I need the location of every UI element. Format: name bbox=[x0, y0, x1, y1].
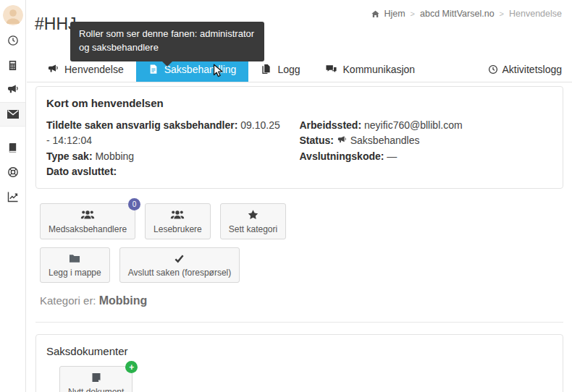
breadcrumb-separator: > bbox=[500, 9, 504, 18]
home-icon bbox=[371, 9, 380, 19]
avatar[interactable] bbox=[3, 5, 23, 25]
documents-card: Saksdokumenter + Nytt dokument bbox=[35, 334, 563, 392]
left-sidebar bbox=[0, 0, 26, 392]
medsaksbehandlere-button[interactable]: 0 Medsaksbehandlere bbox=[40, 203, 135, 239]
field-dato-avsluttet: Dato avsluttet: bbox=[46, 164, 282, 179]
documents-title: Saksdokumenter bbox=[46, 345, 552, 357]
section-divider bbox=[35, 322, 563, 323]
main-area: #HHJ Hjem > abcd MittVarsel.no > Henvend… bbox=[27, 0, 572, 392]
check-icon bbox=[173, 253, 185, 264]
field-assigned: Tildelte saken ansvarlig saksbehandler: … bbox=[46, 118, 282, 149]
case-summary-card: Kort om henvendelsen Tildelte saken ansv… bbox=[35, 86, 563, 189]
chart-line-icon[interactable] bbox=[0, 184, 25, 209]
users-icon bbox=[80, 209, 95, 221]
sett-kategori-button[interactable]: Sett kategori bbox=[220, 203, 286, 239]
plus-badge: + bbox=[125, 361, 138, 373]
count-badge: 0 bbox=[128, 198, 140, 210]
megaphone-icon bbox=[337, 135, 347, 145]
tab-content: Kort om henvendelsen Tildelte saken ansv… bbox=[27, 83, 572, 392]
lesebrukere-button[interactable]: Lesebrukere bbox=[145, 203, 211, 239]
star-icon bbox=[247, 209, 259, 221]
megaphone-icon[interactable] bbox=[0, 77, 25, 102]
tab-aktivitetslogg[interactable]: Aktivitetslogg bbox=[488, 56, 562, 82]
breadcrumb-home[interactable]: Hjem bbox=[371, 9, 405, 19]
breadcrumb-separator: > bbox=[411, 9, 415, 18]
history-icon bbox=[488, 64, 498, 74]
category-line: Kategori er: Mobbing bbox=[40, 294, 563, 307]
breadcrumb-site[interactable]: abcd MittVarsel.no bbox=[420, 9, 495, 19]
megaphone-icon bbox=[48, 64, 59, 74]
summary-right-column: Arbeidssted: neyific760@bllibl.com Statu… bbox=[300, 118, 553, 179]
summary-left-column: Tildelte saken ansvarlig saksbehandler: … bbox=[46, 118, 300, 179]
field-status: Status: Saksbehandles bbox=[300, 133, 536, 148]
field-arbeidssted: Arbeidssted: neyific760@bllibl.com bbox=[300, 118, 536, 133]
roles-tooltip: Roller som ser denne fanen: administrato… bbox=[70, 22, 264, 61]
comments-icon bbox=[325, 64, 337, 74]
category-value: Mobbing bbox=[99, 294, 148, 307]
person-icon bbox=[3, 5, 23, 25]
field-type-sak: Type sak: Mobbing bbox=[46, 149, 282, 164]
life-ring-icon[interactable] bbox=[0, 160, 25, 184]
users-icon bbox=[170, 209, 185, 221]
folder-icon bbox=[68, 253, 81, 264]
legg-i-mappe-button[interactable]: Legg i mappe bbox=[40, 247, 110, 283]
case-actions: 0 Medsaksbehandlere Lesebrukere Sett kat… bbox=[40, 203, 563, 283]
calculator-icon[interactable] bbox=[0, 53, 25, 77]
card-title: Kort om henvendelsen bbox=[46, 97, 552, 109]
history-icon[interactable] bbox=[0, 28, 25, 53]
field-avslutningskode: Avslutningskode: — bbox=[300, 149, 536, 164]
tab-kommunikasjon[interactable]: Kommunikasjon bbox=[313, 56, 428, 82]
copy-icon bbox=[261, 64, 272, 74]
book-icon[interactable] bbox=[0, 135, 25, 160]
nytt-dokument-button[interactable]: + Nytt dokument bbox=[59, 366, 133, 392]
breadcrumb-current: Henvendelse bbox=[509, 9, 562, 19]
avslutt-saken-button[interactable]: Avslutt saken (forespørsel) bbox=[119, 247, 240, 283]
file-icon bbox=[91, 372, 102, 383]
document-icon bbox=[148, 64, 159, 74]
breadcrumb: Hjem > abcd MittVarsel.no > Henvendelse bbox=[371, 9, 562, 19]
envelope-icon[interactable] bbox=[0, 102, 25, 127]
